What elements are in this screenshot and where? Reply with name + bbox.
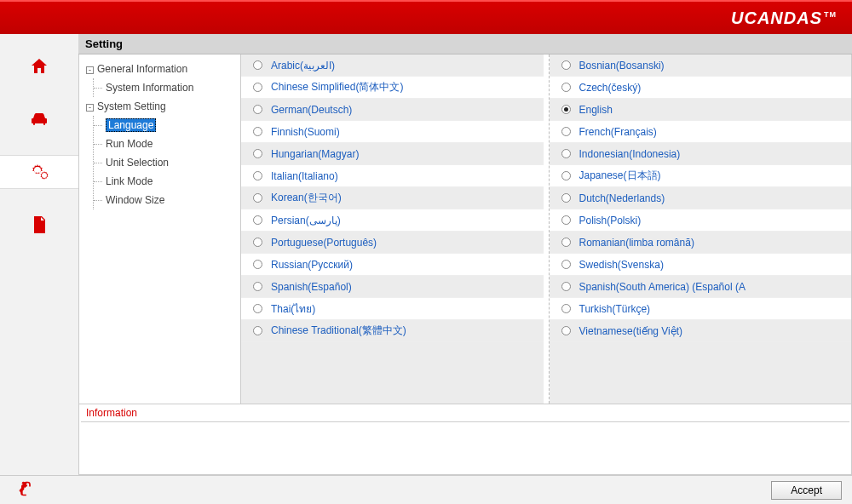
page-title: Setting [78, 34, 852, 54]
language-label: English [579, 104, 613, 116]
language-label: Russian(Русский) [271, 259, 353, 271]
language-label: Spanish(South America) (Español (A [579, 281, 746, 293]
home-icon [29, 56, 49, 77]
language-option[interactable]: Chinese Traditional(繁體中文) [241, 320, 544, 342]
exit-icon[interactable] [17, 480, 34, 500]
radio-icon [561, 171, 571, 180]
radio-icon [561, 105, 571, 114]
radio-icon [253, 149, 262, 158]
language-option[interactable]: Indonesian(Indonesia) [550, 143, 852, 165]
language-label: Dutch(Nederlands) [579, 192, 665, 204]
language-option[interactable]: Hungarian(Magyar) [241, 143, 544, 165]
app-header: UCANDASTM [0, 0, 852, 34]
language-option[interactable]: Spanish(South America) (Español (A [550, 276, 852, 298]
language-option[interactable]: Finnish(Suomi) [241, 121, 544, 143]
svg-point-0 [22, 482, 25, 484]
language-option[interactable]: Czech(český) [550, 77, 852, 99]
language-label: French(Français) [579, 126, 657, 138]
language-option[interactable]: Bosnian(Bosanski) [550, 54, 852, 77]
tree-item-unit-selection[interactable]: Unit Selection [102, 153, 240, 172]
radio-icon [561, 260, 571, 269]
body-row: -General Information System Information … [78, 54, 852, 404]
main-area: Setting -General Information System Info… [0, 34, 852, 475]
language-label: Italian(Italiano) [271, 170, 338, 182]
language-column-right: Bosnian(Bosanski)Czech(český)EnglishFren… [549, 54, 852, 404]
language-option[interactable]: Russian(Русский) [241, 254, 544, 276]
radio-icon [253, 60, 262, 70]
language-label: Finnish(Suomi) [271, 126, 340, 138]
radio-icon [253, 193, 262, 203]
language-label: Polish(Polski) [579, 215, 642, 226]
info-body[interactable] [81, 421, 849, 472]
tree-toggle-icon[interactable]: - [86, 66, 94, 74]
radio-icon [253, 260, 262, 269]
language-option[interactable]: Thai(ไทย) [241, 298, 544, 320]
tree-item-system-information[interactable]: System Information [102, 78, 240, 97]
radio-icon [253, 282, 262, 291]
tree-item-link-mode[interactable]: Link Mode [102, 172, 240, 191]
language-options: Arabic(العربية)Chinese Simplified(简体中文)G… [241, 54, 851, 404]
language-option[interactable]: Italian(Italiano) [241, 165, 544, 187]
radio-icon [561, 238, 571, 247]
language-option[interactable]: Turkish(Türkçe) [550, 298, 852, 320]
column-spacer [550, 342, 852, 404]
language-label: Turkish(Türkçe) [579, 303, 651, 315]
tree-label: System Setting [97, 100, 166, 112]
language-option[interactable]: German(Deutsch) [241, 99, 544, 121]
language-label: Thai(ไทย) [271, 301, 315, 317]
language-option[interactable]: Dutch(Nederlands) [550, 187, 852, 209]
radio-icon [561, 127, 571, 136]
language-option[interactable]: English [550, 99, 852, 121]
nav-home[interactable] [0, 49, 78, 83]
radio-icon [253, 83, 262, 92]
language-option[interactable]: Romanian(limba română) [550, 232, 852, 254]
nav-report[interactable] [0, 208, 78, 242]
language-option[interactable]: Vietnamese(tiếng Việt) [550, 320, 852, 342]
language-option[interactable]: Portuguese(Português) [241, 232, 544, 254]
content-column: Setting -General Information System Info… [78, 34, 852, 475]
radio-icon [253, 171, 262, 180]
accept-button[interactable]: Accept [771, 481, 842, 500]
tree-toggle-icon[interactable]: - [86, 104, 94, 112]
nav-settings[interactable] [0, 155, 78, 189]
language-option[interactable]: French(Français) [550, 121, 852, 143]
document-icon [29, 215, 49, 235]
language-option[interactable]: Polish(Polski) [550, 209, 852, 232]
nav-vehicle[interactable] [0, 102, 78, 136]
language-label: Persian(پارسى) [271, 215, 341, 226]
brand-tm: TM [824, 10, 837, 19]
language-label: Chinese Traditional(繁體中文) [271, 324, 406, 338]
language-option[interactable]: Japanese(日本語) [550, 165, 852, 187]
language-label: Chinese Simplified(简体中文) [271, 80, 403, 94]
language-label: Swedish(Svenska) [579, 259, 664, 271]
radio-icon [561, 60, 571, 70]
info-panel: Information [78, 404, 852, 475]
tree-item-language[interactable]: Language [102, 116, 240, 135]
brand-logo: UCANDASTM [731, 9, 837, 28]
language-option[interactable]: Chinese Simplified(简体中文) [241, 77, 544, 99]
language-label: Romanian(limba română) [579, 237, 694, 249]
language-option[interactable]: Swedish(Svenska) [550, 254, 852, 276]
tree-group-general[interactable]: -General Information System Information [86, 60, 240, 97]
radio-icon [561, 215, 571, 225]
language-option[interactable]: Arabic(العربية) [241, 54, 544, 77]
tree-group-system-setting[interactable]: -System Setting Language Run Mode Unit S… [86, 97, 240, 209]
tree-item-window-size[interactable]: Window Size [102, 191, 240, 209]
radio-icon [253, 304, 262, 313]
language-label: Czech(český) [579, 82, 642, 94]
tree-label: General Information [97, 63, 187, 75]
radio-icon [561, 304, 571, 313]
radio-icon [561, 326, 571, 335]
language-label: Korean(한국어) [271, 191, 342, 205]
info-header: Information [79, 404, 851, 421]
radio-icon [253, 326, 262, 335]
gears-icon [29, 162, 49, 182]
language-label: Indonesian(Indonesia) [579, 148, 681, 160]
tree-item-run-mode[interactable]: Run Mode [102, 135, 240, 153]
radio-icon [253, 105, 262, 114]
radio-icon [253, 127, 262, 136]
language-option[interactable]: Persian(پارسى) [241, 209, 544, 232]
language-option[interactable]: Korean(한국어) [241, 187, 544, 209]
language-option[interactable]: Spanish(Español) [241, 276, 544, 298]
radio-icon [561, 282, 571, 291]
